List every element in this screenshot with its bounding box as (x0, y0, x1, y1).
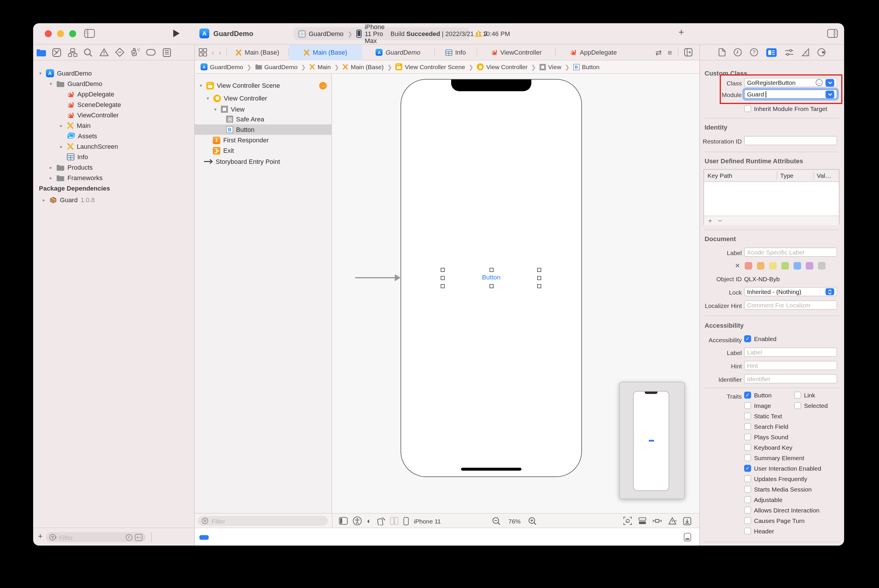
forward-button[interactable]: › (219, 48, 221, 57)
outline-row-view-controller[interactable]: ▾ View Controller (195, 93, 331, 104)
tree-row-file[interactable]: Assets (33, 131, 194, 141)
trait-button[interactable]: ✓Button (744, 392, 772, 399)
trait-keyboard-key[interactable]: Keyboard Key (744, 444, 792, 451)
add-constraints-icon[interactable] (653, 517, 661, 525)
label-swatch-purple[interactable] (806, 262, 813, 270)
scheme-target-icon[interactable] (298, 30, 306, 38)
trait-allows-direct-interaction[interactable]: Allows Direct Interaction (744, 507, 819, 514)
zoom-window-button[interactable] (69, 30, 76, 37)
trait-static-text[interactable]: Static Text (744, 412, 782, 420)
trait-selected[interactable]: Selected (794, 402, 828, 409)
debug-navigator-icon[interactable] (129, 45, 141, 59)
device-name[interactable]: iPhone 11 (414, 518, 441, 524)
scheme-target[interactable]: GuardDemo (309, 30, 344, 37)
tab-main-base-1[interactable]: Main (Base) (227, 45, 288, 60)
tree-row-file[interactable]: SceneDelegate (33, 99, 194, 110)
code-review-icon[interactable]: ⇄ (655, 48, 662, 57)
trait-checkbox[interactable] (744, 434, 751, 440)
chevron-down-icon[interactable]: ▾ (48, 81, 54, 86)
back-button[interactable]: ‹ (212, 48, 214, 57)
lock-stepper-icon[interactable] (825, 288, 834, 295)
warning-icon[interactable] (474, 30, 482, 37)
tab-main-base-2-active[interactable]: Main (Base) (288, 45, 362, 60)
inherit-module-row[interactable]: Inherit Module From Target (744, 105, 827, 112)
trait-header[interactable]: Header (744, 528, 774, 534)
attributes-inspector-icon[interactable] (785, 48, 793, 56)
chevron-right-icon[interactable]: ▸ (59, 123, 64, 128)
tree-row-file[interactable]: ▸ Main (33, 120, 194, 131)
trait-checkbox[interactable] (794, 392, 801, 399)
trait-link[interactable]: Link (794, 392, 815, 399)
trait-summary-element[interactable]: Summary Element (744, 454, 804, 461)
runtime-attributes-empty-body[interactable] (704, 182, 839, 216)
trait-checkbox[interactable] (744, 528, 751, 534)
history-inspector-icon[interactable] (734, 48, 742, 56)
trait-search-field[interactable]: Search Field (744, 423, 788, 430)
trait-checkbox[interactable] (794, 402, 801, 409)
chevron-down-icon[interactable]: ▾ (205, 96, 210, 101)
outline-row-safe-area[interactable]: Safe Area (195, 114, 331, 124)
column-value[interactable]: Val… (814, 172, 839, 179)
connections-inspector-icon[interactable] (817, 48, 825, 56)
outline-row-first-responder[interactable]: 1 First Responder (195, 135, 331, 145)
breadcrumb-scene[interactable]: View Controller Scene (405, 63, 465, 70)
trait-checkbox[interactable] (744, 517, 751, 524)
trait-checkbox[interactable] (744, 412, 751, 420)
label-swatch-red[interactable] (745, 262, 752, 270)
accessibility-enabled-row[interactable]: ✓ Enabled (744, 335, 776, 342)
update-frames-icon[interactable] (623, 516, 632, 525)
add-file-button[interactable]: + (38, 531, 43, 541)
selection-handle[interactable] (490, 268, 494, 272)
trait-updates-frequently[interactable]: Updates Frequently (744, 475, 807, 482)
tab-viewcontroller[interactable]: ViewController (477, 45, 555, 60)
outline-row-scene[interactable]: ▾ View Controller Scene → (195, 80, 331, 91)
restoration-id-field[interactable] (744, 136, 837, 145)
embed-in-stack-icon[interactable] (638, 517, 646, 525)
trait-checkbox[interactable]: ✓ (744, 465, 751, 472)
trait-adjustable[interactable]: Adjustable (744, 496, 783, 503)
trait-plays-sound[interactable]: Plays Sound (744, 434, 788, 440)
breadcrumb-button[interactable]: Button (582, 63, 600, 70)
scheme-device[interactable]: iPhone 11 Pro Max (365, 23, 385, 44)
selection-handle[interactable] (490, 284, 494, 288)
chevron-right-icon[interactable]: ▸ (59, 144, 64, 149)
toggle-bottom-bar-icon[interactable] (684, 533, 691, 542)
tree-row-package[interactable]: ▸ Guard 1.0.8 (33, 195, 194, 205)
chevron-right-icon[interactable]: ▸ (41, 197, 47, 202)
close-window-button[interactable] (45, 30, 52, 37)
trait-checkbox[interactable] (744, 423, 751, 430)
editor-options-icon[interactable]: ≡ (668, 48, 672, 57)
zoom-in-icon[interactable] (529, 517, 536, 525)
source-control-navigator-icon[interactable] (51, 45, 63, 59)
hide-document-outline-icon[interactable] (339, 517, 348, 525)
trait-checkbox[interactable] (744, 402, 751, 409)
outline-row-view[interactable]: ▾ View (195, 104, 331, 114)
breadcrumb-project[interactable]: GuardDemo (210, 63, 243, 70)
test-navigator-icon[interactable] (113, 45, 126, 59)
selection-handle[interactable] (537, 276, 541, 280)
breadcrumb-view[interactable]: View (548, 63, 561, 70)
column-type[interactable]: Type (777, 172, 813, 179)
selection-handle[interactable] (537, 284, 541, 288)
trait-image[interactable]: Image (744, 402, 771, 409)
navigator-filter-field[interactable]: Filter (46, 532, 146, 542)
accessibility-enabled-checkbox[interactable]: ✓ (744, 335, 751, 342)
source-control-status-icon[interactable] (135, 534, 143, 541)
label-swatch-gray[interactable] (818, 262, 825, 270)
accessibility-preview-icon[interactable] (353, 516, 362, 525)
trait-starts-media-session[interactable]: Starts Media Session (744, 486, 811, 493)
breadcrumb-main-base[interactable]: Main (Base) (351, 63, 384, 70)
outline-row-exit[interactable]: Exit (195, 145, 331, 156)
tab-overview-icon[interactable] (199, 48, 207, 56)
zoom-out-icon[interactable] (493, 517, 500, 525)
quick-help-inspector-icon[interactable]: ? (750, 48, 758, 56)
breakpoint-navigator-icon[interactable] (145, 45, 157, 59)
warning-count[interactable]: 1 (484, 30, 488, 37)
lock-popup[interactable]: Inherited - (Nothing) (744, 287, 837, 296)
selection-handle[interactable] (441, 284, 445, 288)
tab-info[interactable]: Info (434, 45, 476, 60)
acc-label-field[interactable]: Label (744, 348, 837, 357)
chevron-down-icon[interactable]: ▾ (213, 106, 218, 112)
remove-attribute-button[interactable]: − (718, 217, 722, 225)
build-status[interactable]: Build Succeeded | 2022/3/21 at 10:46 PM (391, 30, 510, 37)
